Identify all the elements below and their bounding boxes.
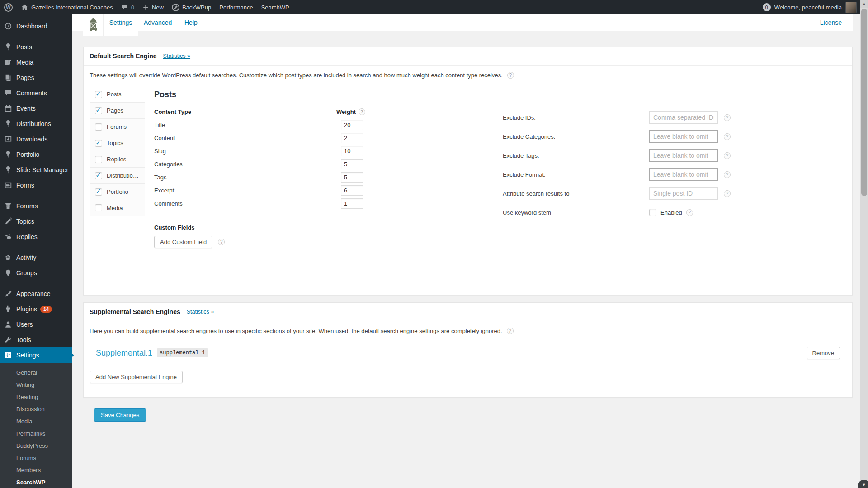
sidebar-item-plugins[interactable]: Plugins 14 xyxy=(0,301,72,317)
submenu-members[interactable]: Members xyxy=(0,464,72,476)
slug-weight-input[interactable] xyxy=(341,146,363,156)
distributions-checkbox[interactable] xyxy=(95,172,102,179)
attribute-results-input[interactable] xyxy=(649,187,718,200)
scroll-up-arrow-icon[interactable]: ▲ xyxy=(860,0,868,8)
notification-count-badge[interactable]: 0 xyxy=(763,3,771,11)
sidebar-item-slide-set-manager[interactable]: Slide Set Manager xyxy=(0,162,72,178)
sidebar-item-settings[interactable]: Settings xyxy=(0,347,72,363)
topics-checkbox[interactable] xyxy=(95,140,102,147)
save-changes-button[interactable]: Save Changes xyxy=(94,408,146,422)
sidebar-item-tools[interactable]: Tools xyxy=(0,332,72,347)
exclude-format-input[interactable] xyxy=(649,168,718,181)
submenu-media[interactable]: Media xyxy=(0,415,72,427)
searchwp-admin-bar-menu[interactable]: SearchWP xyxy=(257,0,293,14)
submenu-general[interactable]: General xyxy=(0,366,72,379)
site-name-link[interactable]: Gazelles International Coaches xyxy=(17,0,117,14)
post-type-tab-portfolio[interactable]: Portfolio xyxy=(90,183,145,200)
media-checkbox[interactable] xyxy=(95,204,102,211)
help-icon[interactable]: ? xyxy=(724,152,731,159)
pages-checkbox[interactable] xyxy=(95,107,102,114)
new-content-menu[interactable]: New xyxy=(138,0,168,14)
tab-help[interactable]: Help xyxy=(184,14,198,31)
new-label: New xyxy=(152,4,164,11)
sidebar-item-groups[interactable]: Groups xyxy=(0,265,72,281)
pin-icon xyxy=(4,43,13,51)
license-link[interactable]: License xyxy=(820,14,842,31)
exclude-categories-input[interactable] xyxy=(649,130,718,143)
posts-checkbox[interactable] xyxy=(95,91,102,98)
sidebar-item-dashboard[interactable]: Dashboard xyxy=(0,19,72,34)
help-icon[interactable]: ? xyxy=(724,171,731,178)
sidebar-item-pages[interactable]: Pages xyxy=(0,70,72,85)
help-icon[interactable]: ? xyxy=(507,72,514,79)
submenu-reading[interactable]: Reading xyxy=(0,391,72,403)
plus-icon xyxy=(142,4,149,11)
help-icon[interactable]: ? xyxy=(507,328,514,334)
exclude-ids-input[interactable] xyxy=(649,111,718,124)
page-scrollbar[interactable]: ▲ ▼ xyxy=(860,0,868,488)
supplemental-statistics-link[interactable]: Statistics » xyxy=(187,309,214,315)
forums-checkbox[interactable] xyxy=(95,123,102,131)
sidebar-item-media[interactable]: Media xyxy=(0,55,72,70)
sidebar-item-topics[interactable]: Topics xyxy=(0,214,72,229)
title-weight-input[interactable] xyxy=(341,120,363,130)
welcome-user-link[interactable]: Welcome, peaceful.media xyxy=(774,4,842,11)
help-icon[interactable]: ? xyxy=(724,190,731,197)
sidebar-item-forums[interactable]: Forums xyxy=(0,198,72,214)
replies-checkbox[interactable] xyxy=(95,156,102,163)
remove-engine-button[interactable]: Remove xyxy=(807,347,840,359)
sidebar-item-portfolio[interactable]: Portfolio xyxy=(0,147,72,162)
sidebar-item-replies[interactable]: Replies xyxy=(0,229,72,244)
submenu-permalinks[interactable]: Permalinks xyxy=(0,427,72,440)
default-statistics-link[interactable]: Statistics » xyxy=(163,53,190,59)
help-icon[interactable]: ? xyxy=(724,114,731,121)
post-type-tab-topics[interactable]: Topics xyxy=(90,135,145,151)
submenu-forums[interactable]: Forums xyxy=(0,452,72,464)
help-icon[interactable]: ? xyxy=(359,108,365,115)
content-weight-input[interactable] xyxy=(341,133,363,143)
post-type-tab-media[interactable]: Media xyxy=(90,200,145,216)
sidebar-item-appearance[interactable]: Appearance xyxy=(0,286,72,301)
tab-advanced[interactable]: Advanced xyxy=(144,14,172,31)
post-type-tab-distributions[interactable]: Distributio… xyxy=(90,167,145,183)
submenu-searchwp[interactable]: SearchWP xyxy=(0,476,72,488)
add-supplemental-engine-button[interactable]: Add New Supplemental Engine xyxy=(90,371,183,383)
submenu-discussion[interactable]: Discussion xyxy=(0,403,72,415)
sidebar-item-downloads[interactable]: Downloads xyxy=(0,131,72,147)
weight-row-title: Title xyxy=(154,118,363,131)
exclude-tags-input[interactable] xyxy=(649,149,718,162)
sidebar-item-comments[interactable]: Comments xyxy=(0,85,72,101)
categories-weight-input[interactable] xyxy=(341,159,363,169)
sidebar-item-posts[interactable]: Posts xyxy=(0,39,72,55)
excerpt-weight-input[interactable] xyxy=(341,185,363,196)
wordpress-logo-menu[interactable]: W xyxy=(0,0,17,14)
post-type-tab-posts[interactable]: Posts xyxy=(90,86,145,102)
add-custom-field-button[interactable]: Add Custom Field xyxy=(154,236,212,248)
scroll-down-arrow-icon[interactable]: ▼ xyxy=(858,480,868,488)
submenu-buddypress[interactable]: BuddyPress xyxy=(0,440,72,452)
tab-settings[interactable]: Settings xyxy=(104,14,138,36)
keyword-stem-checkbox[interactable] xyxy=(649,209,656,216)
supplemental-engine-name-link[interactable]: Supplemental.1 xyxy=(96,348,152,358)
post-type-tab-pages[interactable]: Pages xyxy=(90,102,145,118)
performance-menu[interactable]: Performance xyxy=(215,0,257,14)
sidebar-item-users[interactable]: Users xyxy=(0,317,72,332)
backwpup-menu[interactable]: BackWPup xyxy=(168,0,215,14)
sidebar-item-distributions[interactable]: Distributions xyxy=(0,116,72,131)
comments-weight-input[interactable] xyxy=(341,198,363,209)
tags-weight-input[interactable] xyxy=(341,172,363,183)
sidebar-item-activity[interactable]: Activity xyxy=(0,250,72,265)
help-icon[interactable]: ? xyxy=(686,209,693,216)
post-type-tab-replies[interactable]: Replies xyxy=(90,151,145,167)
submenu-writing[interactable]: Writing xyxy=(0,379,72,391)
scrollbar-thumb[interactable] xyxy=(861,9,867,196)
groups-icon xyxy=(4,269,13,277)
user-avatar[interactable] xyxy=(845,2,857,13)
help-icon[interactable]: ? xyxy=(218,239,225,245)
sidebar-item-events[interactable]: Events xyxy=(0,101,72,116)
portfolio-checkbox[interactable] xyxy=(95,188,102,196)
help-icon[interactable]: ? xyxy=(724,133,731,140)
comments-menu[interactable]: 0 xyxy=(117,0,138,14)
sidebar-item-forms[interactable]: Forms xyxy=(0,178,72,193)
post-type-tab-forums[interactable]: Forums xyxy=(90,118,145,135)
